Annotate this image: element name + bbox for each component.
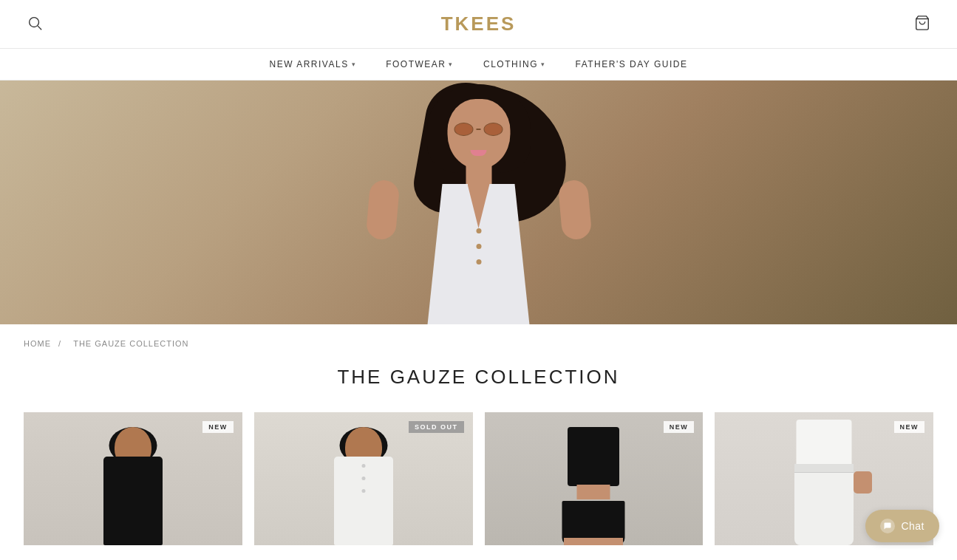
main-nav: NEW ARRIVALS ▾ FOOTWEAR ▾ CLOTHING ▾ FAT… [0, 49, 957, 81]
left-arm [365, 179, 400, 240]
chat-label: Chat [901, 520, 924, 532]
figure-3 [545, 427, 641, 545]
sunglasses [454, 123, 503, 136]
product-badge: NEW [894, 421, 925, 433]
breadcrumb-separator: / [58, 339, 61, 348]
header-left [24, 12, 46, 36]
nav-item-new-arrivals[interactable]: NEW ARRIVALS ▾ [270, 59, 357, 69]
chat-icon [880, 519, 895, 533]
page-title: THE GAUZE COLLECTION [0, 366, 957, 389]
chat-button[interactable]: Chat [865, 510, 939, 542]
right-lens [484, 123, 503, 136]
nav-item-fathers-day[interactable]: FATHER'S DAY GUIDE [576, 59, 688, 69]
breadcrumb-current: THE GAUZE COLLECTION [73, 339, 188, 348]
figure-2 [316, 427, 412, 545]
product-image: NEW [24, 412, 242, 545]
site-logo[interactable]: TKEES [441, 13, 517, 35]
body [334, 457, 393, 545]
product-badge: NEW [202, 421, 234, 433]
product-card[interactable]: NEW [485, 412, 704, 545]
page-title-section: THE GAUZE COLLECTION [0, 354, 957, 412]
buttons [476, 228, 481, 264]
blouse [427, 184, 531, 324]
pants [794, 464, 854, 545]
chevron-down-icon: ▾ [541, 61, 546, 68]
left-lens [454, 123, 474, 136]
right-arm [557, 179, 592, 240]
product-badge: NEW [664, 421, 695, 433]
header-right [911, 12, 933, 36]
lens-bridge [477, 129, 481, 130]
lips [471, 150, 487, 156]
breadcrumb: HOME / THE GAUZE COLLECTION [0, 324, 957, 354]
nav-label: CLOTHING [483, 59, 538, 69]
nav-item-footwear[interactable]: FOOTWEAR ▾ [386, 59, 454, 69]
hero-figure [361, 81, 597, 324]
breadcrumb-home[interactable]: HOME [24, 339, 51, 348]
figure-1 [85, 427, 181, 545]
search-button[interactable] [24, 12, 46, 36]
chat-bubble-icon [883, 522, 892, 530]
nav-label: FOOTWEAR [386, 59, 446, 69]
product-image: NEW [485, 412, 704, 545]
nav-label: FATHER'S DAY GUIDE [576, 59, 688, 69]
product-card[interactable]: NEW [24, 412, 242, 545]
mid-body [577, 485, 610, 499]
site-header: TKEES [0, 0, 957, 49]
top-garment [568, 427, 619, 486]
search-icon [27, 15, 43, 31]
nav-label: NEW ARRIVALS [270, 59, 349, 69]
cart-icon [914, 15, 930, 31]
logo-container[interactable]: TKEES [441, 13, 517, 35]
face [447, 99, 510, 169]
chevron-down-icon: ▾ [449, 61, 454, 68]
nav-item-clothing[interactable]: CLOTHING ▾ [483, 59, 546, 69]
hand [854, 471, 872, 494]
product-card[interactable]: SOLD OUT [254, 412, 473, 545]
hero-banner [0, 81, 957, 324]
product-grid: NEW SOLD OUT [0, 412, 957, 560]
product-image: SOLD OUT [254, 412, 473, 545]
product-badge: SOLD OUT [409, 421, 464, 433]
chevron-down-icon: ▾ [352, 61, 357, 68]
svg-point-0 [30, 18, 39, 27]
figure-4 [776, 420, 872, 545]
vneck [468, 184, 490, 228]
cart-button[interactable] [911, 12, 933, 36]
legs [564, 538, 623, 545]
svg-line-1 [38, 26, 41, 30]
body [103, 457, 163, 545]
